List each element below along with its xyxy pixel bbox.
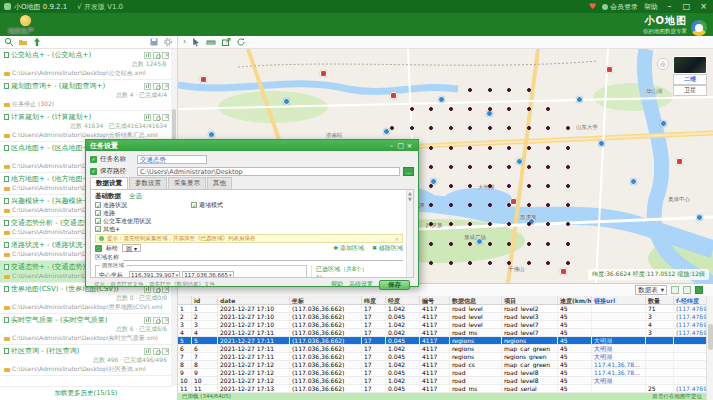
checkbox-icon[interactable]: ✓: [95, 218, 101, 224]
poi-marker-blue[interactable]: [660, 120, 667, 127]
poi-marker-red[interactable]: [676, 158, 683, 165]
table-row[interactable]: 882021-12-27 17:12(117.036,36.662)171.04…: [178, 361, 706, 369]
table-header-cell[interactable]: f-经纬度: [674, 296, 706, 304]
table-row[interactable]: 772021-12-27 17:11(117.036,36.662)170.04…: [178, 353, 706, 361]
dialog-help-link[interactable]: 帮助: [331, 280, 343, 289]
poi-marker-blue[interactable]: [486, 110, 493, 117]
table-filter-icon[interactable]: [683, 286, 691, 294]
minimize-button[interactable]: –: [664, 2, 675, 11]
poi-marker-blue[interactable]: [283, 98, 290, 105]
table-row[interactable]: 332021-12-27 17:10(117.036,36.662)171.04…: [178, 321, 706, 329]
poi-marker-red[interactable]: [320, 70, 327, 77]
table-header-cell[interactable]: 速度(km/h): [558, 296, 592, 304]
new-task-icon[interactable]: [4, 37, 14, 47]
task-item[interactable]: 社区查询 - (社区查询)总数 496 · 已完成496/496C:\Users…: [0, 345, 172, 376]
poi-marker-red[interactable]: [390, 92, 397, 99]
table-scrollbar[interactable]: [706, 296, 713, 400]
table-header-cell[interactable]: id: [192, 296, 218, 304]
add-region-link[interactable]: ✚ 添加区域: [333, 244, 364, 253]
remove-region-link[interactable]: ✖ 移除区域: [372, 244, 403, 253]
dialog-maximize-button[interactable]: □: [396, 142, 405, 150]
table-row[interactable]: 442021-12-27 17:11(117.036,36.662)170.04…: [178, 329, 706, 337]
advanced-settings-link[interactable]: 高级设置: [349, 280, 373, 289]
dialog-tab-1[interactable]: 参数设置: [129, 177, 167, 189]
settings-icon[interactable]: [163, 37, 173, 47]
dialog-scrollbar[interactable]: ▲▼: [406, 190, 413, 277]
task-locate-icon[interactable]: [153, 52, 160, 59]
table-row[interactable]: 112021-12-27 17:10(117.036,36.662)171.04…: [178, 305, 706, 313]
module-map-production[interactable]: 地图生产: [8, 14, 42, 27]
poi-marker-red[interactable]: [200, 76, 207, 83]
table-row[interactable]: 992021-12-27 17:12(117.036,36.662)170.04…: [178, 369, 706, 377]
center-coord-input-2[interactable]: 117.036,36.665▾: [182, 271, 233, 278]
table-row[interactable]: 222021-12-27 17:10(117.036,36.662)170.04…: [178, 313, 706, 321]
task-locate-icon[interactable]: [153, 317, 160, 324]
task-locate-icon[interactable]: [153, 348, 160, 355]
checkbox-icon[interactable]: ✓: [191, 202, 197, 208]
table-refresh-icon[interactable]: [671, 286, 679, 294]
dialog-tab-2[interactable]: 采集显示: [168, 177, 206, 189]
task-stats-icon[interactable]: [144, 348, 151, 355]
checkbox-row[interactable]: ✓避堵模式: [191, 201, 223, 209]
task-stats-icon[interactable]: [144, 114, 151, 121]
task-item[interactable]: 实时空气质量 - (实时空气质量)总数 6 · 已完成6/6C:\Users\A…: [0, 314, 172, 345]
checkbox-icon[interactable]: ✓: [95, 210, 101, 216]
save-icon[interactable]: [149, 37, 159, 47]
task-item[interactable]: 规划图查询+ - (规划图查询+)总数 4 · 已完成4/4任务停止 (302): [0, 80, 172, 111]
save-path-input[interactable]: C:\Users\Administrator\Desktop: [137, 167, 400, 176]
measure-icon[interactable]: [206, 37, 216, 47]
task-close-icon[interactable]: [162, 317, 169, 324]
task-path[interactable]: C:\Users\Administrator\Desktop\世界地图(CSV)…: [4, 303, 169, 312]
task-stats-icon[interactable]: [144, 317, 151, 324]
dialog-tab-3[interactable]: 其他: [207, 177, 232, 189]
hint-close-icon[interactable]: ×: [394, 236, 399, 242]
checkbox-icon[interactable]: ✓: [95, 202, 101, 208]
dialog-titlebar[interactable]: 任务设置 – □ ×: [86, 140, 418, 151]
poi-marker-blue[interactable]: [208, 131, 215, 138]
task-close-icon[interactable]: [162, 114, 169, 121]
table-row[interactable]: 11112021-12-27 17:13(117.036,36.662)170.…: [178, 385, 706, 393]
table-row[interactable]: 10102021-12-27 17:12(117.036,36.662)171.…: [178, 377, 706, 385]
poi-marker-blue[interactable]: [696, 214, 703, 221]
task-close-icon[interactable]: [162, 52, 169, 59]
poi-marker-blue[interactable]: [598, 140, 605, 147]
close-button[interactable]: ×: [698, 2, 709, 11]
export-icon[interactable]: [221, 37, 231, 47]
collapse-sidebar-icon[interactable]: ‹: [183, 37, 186, 47]
checkbox-icon[interactable]: ✓: [95, 226, 101, 232]
task-locate-icon[interactable]: [153, 83, 160, 90]
task-name-input[interactable]: 交通态势: [137, 155, 207, 164]
login-button[interactable]: 会员登录: [602, 2, 638, 12]
task-close-icon[interactable]: [162, 83, 169, 90]
table-export-icon[interactable]: [695, 286, 703, 294]
poi-marker-red[interactable]: [606, 66, 613, 73]
refresh-icon[interactable]: [236, 37, 246, 47]
maptype-2d[interactable]: 二维: [673, 74, 707, 85]
task-path[interactable]: 任务停止 (302): [4, 100, 169, 109]
import-icon[interactable]: [32, 37, 42, 47]
table-header-cell[interactable]: 项目: [502, 296, 558, 304]
poi-marker-red[interactable]: [510, 198, 517, 205]
table-header-cell[interactable]: 数量: [646, 296, 674, 304]
browse-button[interactable]: ...: [403, 167, 414, 176]
task-path[interactable]: C:\Users\Administrator\Desktop\社区查询.xml: [4, 365, 169, 374]
favorite-icon[interactable]: ♥: [589, 2, 596, 11]
poi-marker-red[interactable]: [560, 268, 567, 275]
table-header-cell[interactable]: 经度: [386, 296, 420, 304]
poi-marker-blue[interactable]: [576, 96, 583, 103]
dialog-tab-0[interactable]: 数据设置: [90, 177, 128, 189]
table-header-cell[interactable]: [178, 296, 192, 304]
table-header-cell[interactable]: 纬度: [362, 296, 386, 304]
poi-marker-blue[interactable]: [476, 238, 483, 245]
maximize-button[interactable]: □: [681, 2, 692, 11]
checkbox-row[interactable]: ✓其他+: [95, 225, 151, 233]
dialog-save-button[interactable]: 保存: [379, 280, 410, 290]
select-cursor-icon[interactable]: [191, 37, 201, 47]
version-tab[interactable]: √ 开发版 V1.0: [77, 2, 123, 12]
dialog-minimize-button[interactable]: –: [387, 142, 396, 150]
table-row[interactable]: 662021-12-27 17:11(117.036,36.662)171.04…: [178, 345, 706, 353]
poi-marker-blue[interactable]: [516, 158, 523, 165]
center-coord-input-1[interactable]: 116.391,39.907▾: [129, 271, 180, 278]
dialog-close-button[interactable]: ×: [405, 142, 414, 150]
table-header-cell[interactable]: date: [218, 296, 290, 304]
